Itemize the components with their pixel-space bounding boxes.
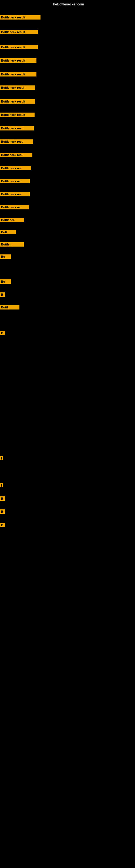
bottleneck-badge-26: B	[0, 509, 5, 514]
site-title: TheBottlenecker.com	[0, 2, 135, 6]
bottleneck-badge-25: B	[0, 496, 5, 501]
bottleneck-badge-5: Bottleneck resul	[0, 86, 35, 90]
bottleneck-badge-8: Bottleneck resu	[0, 126, 34, 130]
bottleneck-badge-18: Bo	[0, 254, 11, 259]
bottleneck-badge-12: Bottleneck re	[0, 179, 30, 183]
bottleneck-badge-11: Bottleneck res	[0, 166, 31, 170]
bottleneck-badge-20: B	[0, 292, 5, 297]
bottleneck-badge-17: Bottlen	[0, 242, 24, 247]
bottleneck-badge-14: Bottleneck re	[0, 205, 29, 209]
bottleneck-badge-27: B	[0, 523, 5, 527]
bottleneck-badge-6: Bottleneck result	[0, 99, 35, 104]
bottleneck-badge-19: Bo	[0, 279, 11, 284]
bottleneck-badge-21: Bottl	[0, 305, 19, 310]
bottleneck-badge-1: Bottleneck result	[0, 30, 38, 34]
bottleneck-badge-16: Bott	[0, 230, 16, 235]
bottleneck-badge-9: Bottleneck resu	[0, 140, 33, 144]
bottleneck-badge-10: Bottleneck resu	[0, 153, 32, 157]
bottleneck-badge-2: Bottleneck result	[0, 45, 38, 50]
bottleneck-badge-24: |	[0, 483, 3, 487]
bottleneck-badge-3: Bottleneck result	[0, 58, 37, 63]
bottleneck-badge-22: B	[0, 331, 5, 335]
bottleneck-badge-7: Bottleneck result	[0, 113, 35, 117]
bottleneck-badge-23: |	[0, 456, 3, 460]
bottleneck-badge-4: Bottleneck result	[0, 72, 37, 76]
bottleneck-badge-0: Bottleneck result	[0, 15, 41, 20]
bottleneck-badge-15: Bottlenec	[0, 218, 24, 222]
bottleneck-badge-13: Bottleneck res	[0, 192, 30, 196]
